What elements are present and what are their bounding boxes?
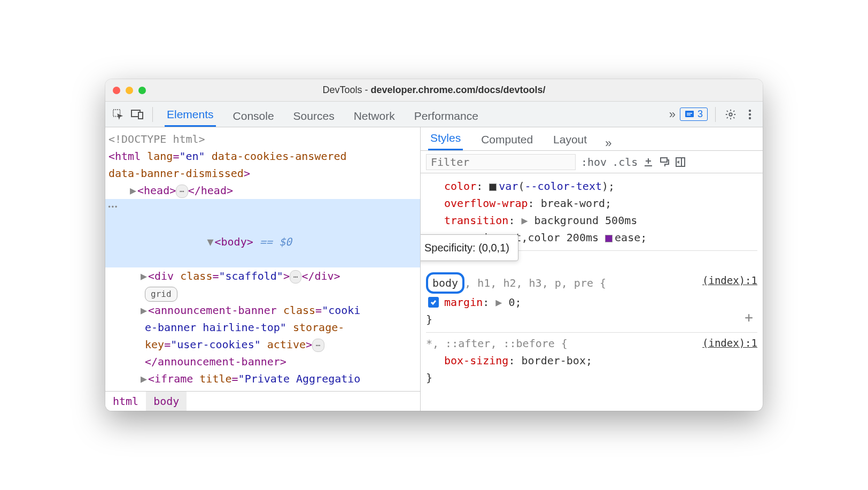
breadcrumb-html[interactable]: html — [105, 392, 146, 411]
dom-doctype[interactable]: <!DOCTYPE html> — [108, 131, 416, 148]
side-tabs: Styles Computed Layout » — [421, 127, 763, 151]
svg-rect-4 — [687, 113, 692, 114]
inspect-element-icon[interactable] — [111, 107, 126, 122]
dom-head[interactable]: ▶<head>⋯</head> — [108, 182, 416, 199]
svg-point-7 — [749, 109, 751, 111]
dom-grid-badge-row: grid — [108, 285, 416, 302]
add-property-icon[interactable]: + — [745, 307, 753, 329]
source-link[interactable]: (index):1 — [702, 272, 757, 288]
dom-div-scaffold[interactable]: ▶<div class="scaffold">⋯</div> — [108, 267, 416, 285]
issues-count: 3 — [698, 109, 703, 120]
source-link[interactable]: (index):1 — [702, 335, 757, 351]
property-checkbox[interactable] — [428, 297, 439, 308]
dom-announcement-2[interactable]: e-banner hairline-top" storage- — [108, 319, 416, 336]
tab-console[interactable]: Console — [231, 110, 276, 127]
window-title: DevTools - developer.chrome.com/docs/dev… — [105, 85, 763, 96]
specificity-tooltip: Specificity: (0,0,1) — [421, 234, 518, 261]
svg-rect-13 — [661, 158, 667, 162]
zoom-window-button[interactable] — [138, 87, 146, 94]
issues-icon — [685, 110, 694, 119]
dom-breadcrumb: html body — [105, 391, 420, 411]
grid-badge[interactable]: grid — [145, 287, 177, 302]
dom-iframe-2[interactable]: n API Test" src=""https://shared-s — [108, 387, 416, 391]
dom-announcement-3[interactable]: key="user-cookies" active>⋯ — [108, 336, 416, 353]
side-tab-layout[interactable]: Layout — [551, 133, 589, 150]
content-area: <!DOCTYPE html> <html lang="en" data-coo… — [105, 127, 763, 411]
style-rule-3[interactable]: (index):1 *, ::after, ::before { box-siz… — [426, 333, 757, 391]
separator — [715, 107, 716, 122]
new-style-rule-icon[interactable] — [643, 157, 654, 167]
issues-badge[interactable]: 3 — [680, 108, 708, 121]
main-toolbar: Elements Console Sources Network Perform… — [105, 102, 763, 127]
side-tab-styles[interactable]: Styles — [428, 132, 463, 150]
computed-panel-icon[interactable] — [675, 157, 686, 167]
svg-point-6 — [729, 113, 732, 116]
titlebar: DevTools - developer.chrome.com/docs/dev… — [105, 79, 763, 102]
cls-toggle[interactable]: .cls — [612, 156, 638, 169]
color-swatch-icon[interactable] — [489, 183, 497, 191]
main-tabs: Elements Console Sources Network Perform… — [165, 102, 665, 127]
dom-announcement-1[interactable]: ▶<announcement-banner class="cooki — [108, 302, 416, 319]
more-options-icon[interactable] — [742, 107, 757, 122]
svg-rect-5 — [687, 114, 691, 116]
dom-body-selected[interactable]: ••• ▼<body> == $0 — [105, 199, 420, 267]
styles-rules[interactable]: color: var(--color-text); overflow-wrap:… — [421, 173, 763, 411]
dom-html-open[interactable]: <html lang="en" data-cookies-answered — [108, 148, 416, 165]
settings-icon[interactable] — [723, 107, 738, 122]
svg-rect-2 — [138, 112, 143, 119]
close-window-button[interactable] — [113, 87, 120, 94]
breadcrumb-body[interactable]: body — [146, 392, 187, 411]
selector-body-highlighted[interactable]: body — [426, 272, 464, 294]
svg-point-9 — [749, 117, 751, 119]
device-toggle-icon[interactable] — [130, 107, 145, 122]
style-rule-2[interactable]: (index):1 body, h1, h2, h3, p, pre { mar… — [426, 251, 757, 333]
tab-network[interactable]: Network — [352, 110, 397, 127]
side-tab-computed[interactable]: Computed — [479, 133, 535, 150]
dom-html-open-2[interactable]: data-banner-dismissed> — [108, 165, 416, 182]
tab-sources[interactable]: Sources — [291, 110, 337, 127]
paint-icon[interactable] — [659, 157, 670, 167]
dom-iframe-1[interactable]: ▶<iframe title="Private Aggregatio — [108, 370, 416, 387]
side-tabs-overflow-icon[interactable]: » — [605, 136, 611, 150]
svg-rect-3 — [685, 111, 694, 117]
ellipsis-icon[interactable]: ⋯ — [290, 270, 301, 283]
svg-point-8 — [749, 113, 751, 115]
dom-announcement-close[interactable]: </announcement-banner> — [108, 353, 416, 370]
window-controls — [113, 87, 146, 94]
tab-elements[interactable]: Elements — [165, 108, 216, 127]
ease-swatch-icon[interactable] — [605, 235, 613, 242]
row-actions-icon[interactable]: ••• — [107, 202, 118, 212]
ellipsis-icon[interactable]: ⋯ — [176, 185, 188, 197]
styles-filter-input[interactable] — [426, 154, 576, 170]
dom-tree[interactable]: <!DOCTYPE html> <html lang="en" data-coo… — [105, 127, 420, 391]
tabs-overflow-icon[interactable]: » — [669, 108, 676, 121]
devtools-window: DevTools - developer.chrome.com/docs/dev… — [105, 79, 763, 411]
minimize-window-button[interactable] — [126, 87, 133, 94]
dom-panel: <!DOCTYPE html> <html lang="en" data-coo… — [105, 127, 421, 411]
ellipsis-icon[interactable]: ⋯ — [312, 339, 324, 351]
styles-filter-row: :hov .cls — [421, 151, 763, 173]
tab-performance[interactable]: Performance — [412, 110, 480, 127]
styles-panel: Styles Computed Layout » :hov .cls color… — [421, 127, 763, 411]
separator — [152, 107, 153, 122]
hov-toggle[interactable]: :hov — [581, 156, 607, 169]
